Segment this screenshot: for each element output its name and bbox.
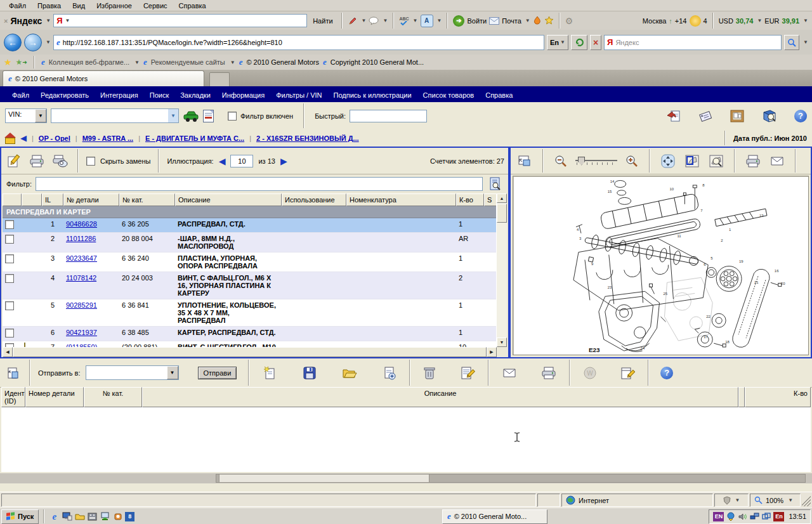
app-menu-goods-list[interactable]: Список товаров bbox=[417, 91, 480, 99]
chevron-down-icon[interactable]: ▼ bbox=[803, 18, 808, 23]
star-badge-icon[interactable] bbox=[544, 16, 554, 25]
vin-value-combo[interactable]: ▼ bbox=[51, 108, 179, 123]
punto-lang-indicator[interactable]: EN bbox=[713, 512, 724, 521]
table-row[interactable]: 7 (9118550) (20 00 881) ВИНТ, С ШЕСТИГР.… bbox=[3, 341, 507, 347]
header-usage[interactable]: Использование bbox=[282, 193, 346, 206]
send-button[interactable]: Отправи bbox=[198, 367, 237, 379]
protected-mode-control[interactable]: ▼ bbox=[714, 494, 749, 507]
noticeboard-icon[interactable] bbox=[730, 109, 745, 123]
chevron-down-icon[interactable]: ▼ bbox=[437, 18, 442, 23]
favorites-star-icon[interactable]: ★ bbox=[4, 57, 12, 67]
favorites-item-collection[interactable]: Коллекция веб-фрагме... bbox=[49, 58, 129, 66]
refresh-button[interactable] bbox=[571, 35, 587, 50]
app-menu-information[interactable]: Информация bbox=[216, 91, 270, 99]
home-icon[interactable] bbox=[5, 134, 15, 143]
chevron-down-icon[interactable]: ▼ bbox=[65, 18, 70, 23]
header-icon-column[interactable] bbox=[22, 193, 42, 206]
spellcheck-icon[interactable]: ABC bbox=[399, 16, 409, 25]
network-tray-icon[interactable] bbox=[750, 513, 759, 521]
add-favorite-icon[interactable]: ★➜ bbox=[16, 58, 27, 67]
app-menu-bookmarks[interactable]: Закладки bbox=[174, 91, 216, 99]
yandex-mail-button[interactable]: Почта bbox=[502, 17, 521, 25]
filter-input[interactable] bbox=[36, 177, 483, 191]
send-illustration-icon[interactable] bbox=[768, 154, 786, 169]
breadcrumb-group[interactable]: E - ДВИГАТЕЛЬ И МУФТА С... bbox=[145, 134, 244, 142]
url-text[interactable]: http://192.168.187.131:351/PQMace/login.… bbox=[63, 39, 541, 46]
notes-icon[interactable] bbox=[619, 364, 636, 382]
header-catalog-number[interactable]: № кат. bbox=[119, 193, 175, 206]
illustration-number-input[interactable] bbox=[230, 155, 253, 167]
yandex-login-button[interactable]: Войти bbox=[467, 17, 487, 25]
parts-vertical-scrollbar[interactable]: ▲ ▼ bbox=[496, 193, 507, 347]
chevron-down-icon[interactable]: ▼ bbox=[413, 18, 418, 23]
apply-filter-icon[interactable] bbox=[487, 175, 503, 193]
quicklaunch-desktop-icon[interactable] bbox=[62, 511, 72, 522]
row-checkbox[interactable] bbox=[5, 220, 14, 229]
ie-menu-file[interactable]: Файл bbox=[4, 1, 31, 10]
ie-search-input[interactable]: Я Яндекс bbox=[604, 35, 782, 50]
history-dropdown-icon[interactable]: ▼ bbox=[46, 39, 51, 45]
ie-menu-favorites[interactable]: Избранное bbox=[91, 1, 137, 10]
toggle-panel-icon[interactable] bbox=[5, 365, 22, 381]
header-il[interactable]: IL bbox=[42, 193, 63, 206]
header-description[interactable]: Описание bbox=[175, 193, 282, 206]
edit-pencil-icon[interactable] bbox=[5, 152, 23, 170]
parts-horizontal-scrollbar[interactable]: ◀ ▶ bbox=[3, 347, 497, 357]
vin-document-icon[interactable] bbox=[203, 110, 214, 122]
price-tags-icon[interactable] bbox=[698, 109, 713, 123]
quicklaunch-network-icon[interactable] bbox=[100, 511, 110, 522]
quicklaunch-orange-icon[interactable] bbox=[112, 511, 123, 522]
basket-header-desc[interactable]: Описание bbox=[142, 387, 738, 407]
yandex-logo[interactable]: Яндекс bbox=[10, 16, 42, 26]
new-tab-stub[interactable] bbox=[209, 72, 230, 86]
row-checkbox[interactable] bbox=[5, 274, 14, 283]
search-magnifier-button[interactable] bbox=[784, 35, 799, 50]
forward-button[interactable]: → bbox=[24, 34, 42, 51]
save-icon[interactable] bbox=[301, 365, 318, 381]
favorites-item-suggested[interactable]: Рекомендуемые сайты bbox=[151, 58, 225, 66]
select-region-icon[interactable] bbox=[683, 153, 701, 169]
ie-menu-tools[interactable]: Сервис bbox=[138, 1, 173, 10]
zoom-slider[interactable] bbox=[575, 157, 617, 166]
help-icon[interactable]: ? bbox=[794, 110, 807, 122]
start-button[interactable]: Пуск bbox=[1, 509, 39, 524]
catalog-search-icon[interactable] bbox=[761, 109, 778, 123]
chevron-down-icon[interactable]: ▼ bbox=[46, 18, 51, 23]
filter-enabled-checkbox[interactable] bbox=[228, 112, 237, 121]
url-input[interactable]: e http://192.168.187.131:351/PQMace/logi… bbox=[53, 35, 544, 50]
table-row[interactable]: 5 90285291 6 36 841 УПЛОТНЕНИЕ, КОЛЬЦЕВО… bbox=[3, 299, 507, 327]
back-button[interactable]: ← bbox=[4, 34, 22, 51]
new-list-icon[interactable] bbox=[261, 364, 278, 382]
send-to-select[interactable]: ▼ bbox=[86, 365, 179, 380]
basket-header-qty[interactable]: К-во bbox=[745, 387, 811, 407]
basket-header-part[interactable]: Номер детали bbox=[25, 387, 84, 407]
vehicle-car-icon[interactable] bbox=[183, 110, 199, 122]
row-checkbox[interactable] bbox=[5, 329, 14, 337]
quicklaunch-ie-icon[interactable]: e bbox=[49, 511, 60, 522]
volume-tray-icon[interactable] bbox=[738, 513, 747, 521]
edit-list-icon[interactable] bbox=[459, 364, 476, 382]
breadcrumb-model[interactable]: M99 - ASTRA ... bbox=[82, 134, 133, 142]
app-menu-illustration-caption[interactable]: Подпись к иллюстрации bbox=[328, 91, 417, 99]
print-list-icon[interactable] bbox=[540, 365, 558, 381]
row-checkbox[interactable] bbox=[5, 254, 14, 263]
app-menu-file[interactable]: Файл bbox=[6, 91, 35, 99]
stop-button[interactable]: × bbox=[590, 35, 601, 50]
table-row[interactable]: 1 90486628 6 36 205 РАСПРЕДВАЛ, СТД. 1 bbox=[3, 218, 507, 233]
yandex-find-button[interactable]: Найти bbox=[310, 17, 336, 25]
chevron-down-icon[interactable]: ▼ bbox=[383, 18, 388, 23]
part-number-link[interactable]: 11011286 bbox=[66, 235, 96, 242]
zoom-region-icon[interactable] bbox=[707, 153, 725, 169]
basket-header-id[interactable]: Идент (ID) bbox=[1, 387, 25, 407]
chevron-down-icon[interactable]: ▼ bbox=[757, 18, 762, 23]
row-checkbox[interactable] bbox=[5, 301, 14, 310]
app-menu-edit[interactable]: Редактировать bbox=[35, 91, 95, 99]
open-icon[interactable] bbox=[341, 365, 358, 381]
translate-icon[interactable]: А bbox=[421, 15, 433, 27]
compatibility-button[interactable]: En▼ bbox=[547, 35, 568, 50]
substitution-note-icon[interactable] bbox=[24, 343, 25, 347]
header-checkbox-column[interactable] bbox=[3, 193, 22, 206]
vin-type-select[interactable]: VIN:▼ bbox=[5, 108, 47, 123]
help-icon[interactable]: ? bbox=[660, 367, 673, 379]
header-part-number[interactable]: № детали bbox=[63, 193, 119, 206]
